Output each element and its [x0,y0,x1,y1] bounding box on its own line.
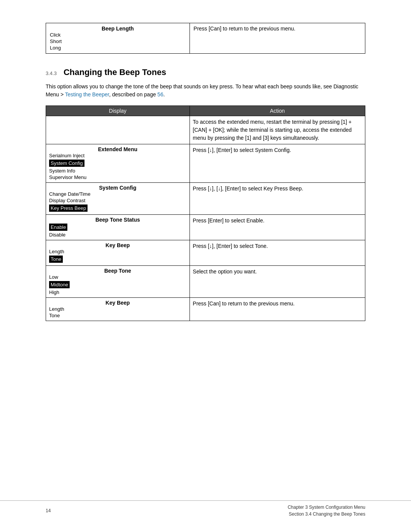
section-title: Changing the Beep Tones [64,67,166,77]
display-menu-item: Display Contrast [49,197,186,204]
display-bold-label: System Config [49,185,186,191]
table-cell-action: Press [Enter] to select Enable. [190,215,365,240]
main-table-col1-header: Display [46,106,190,116]
page-number: 14 [46,508,51,513]
table-cell-display [46,116,190,144]
display-menu-item: Midtone [49,280,186,289]
display-menu-item: Low [49,274,186,280]
footer-line1: Chapter 3 System Configuration Menu [288,504,365,511]
table-cell-display: Beep ToneLowMidtoneHigh [46,266,190,298]
display-menu-item: Enable [49,223,186,232]
section-heading: 3.4.3 Changing the Beep Tones [46,67,365,77]
intro-paragraph: This option allows you to change the ton… [46,83,365,99]
footer-right: Chapter 3 System Configuration Menu Sect… [288,504,365,518]
display-menu-item: Supervisor Menu [49,174,186,181]
top-table: Beep Length Click Short Long Press [Can]… [46,23,365,54]
intro-link[interactable]: Testing the Beeper [65,91,109,97]
intro-suffix: , described on page [109,91,158,97]
display-menu-item: Serialnum Inject [49,152,186,159]
main-table-col2-header: Action [190,106,365,116]
top-table-item-short: Short [50,38,186,45]
display-menu-item: Length [49,306,186,312]
top-table-action: Press [Can] to return to the previous me… [194,26,296,32]
table-cell-action: Press [↓], [↓], [Enter] to select Key Pr… [190,183,365,215]
display-menu-item: Key Press Beep [49,204,186,212]
table-row: System ConfigChange Date/TimeDisplay Con… [46,183,365,215]
display-menu-item: Disable [49,232,186,238]
display-bold-label: Key Beep [49,300,186,306]
intro-end: . [163,91,165,97]
table-cell-display: Key BeepLengthTone [46,298,190,321]
main-table: Display Action To access the extended me… [46,105,365,321]
table-cell-display: System ConfigChange Date/TimeDisplay Con… [46,183,190,215]
table-cell-action: Press [Can] to return to the previous me… [190,298,365,321]
table-cell-display: Beep Tone StatusEnableDisable [46,215,190,240]
top-table-col1-header: Beep Length [50,26,186,32]
display-menu-item: Length [49,248,186,255]
display-bold-label: Key Beep [49,242,186,248]
table-cell-display: Extended MenuSerialnum InjectSystem Conf… [46,144,190,183]
display-menu-item: System Info [49,168,186,174]
display-bold-label: Beep Tone [49,268,186,274]
table-row: Key BeepLengthTonePress [Can] to return … [46,298,365,321]
table-row: Extended MenuSerialnum InjectSystem Conf… [46,144,365,183]
table-row: Beep ToneLowMidtoneHighSelect the option… [46,266,365,298]
display-bold-label: Extended Menu [49,146,186,152]
top-table-item-long: Long [50,45,186,51]
table-row: Beep Tone StatusEnableDisablePress [Ente… [46,215,365,240]
intro-page: 56 [158,91,164,97]
table-row: To access the extended menu, restart the… [46,116,365,144]
table-row: Key BeepLengthTonePress [↓], [Enter] to … [46,240,365,266]
table-cell-action: To access the extended menu, restart the… [190,116,365,144]
section-number: 3.4.3 [46,70,57,76]
table-cell-action: Press [↓], [Enter] to select Tone. [190,240,365,266]
top-table-item-click: Click [50,32,186,38]
table-cell-action: Press [↓], [Enter] to select System Conf… [190,144,365,183]
display-menu-item: High [49,289,186,296]
footer-line2: Section 3.4 Changing the Beep Tones [288,511,365,518]
table-cell-action: Select the option you want. [190,266,365,298]
display-bold-label: Beep Tone Status [49,217,186,223]
display-menu-item: Tone [49,312,186,319]
display-menu-item: Change Date/Time [49,191,186,197]
footer: 14 Chapter 3 System Configuration Menu S… [0,500,411,521]
display-menu-item: Tone [49,255,186,264]
page-content: Beep Length Click Short Long Press [Can]… [0,0,411,351]
display-menu-item: System Config [49,159,186,168]
table-cell-display: Key BeepLengthTone [46,240,190,266]
